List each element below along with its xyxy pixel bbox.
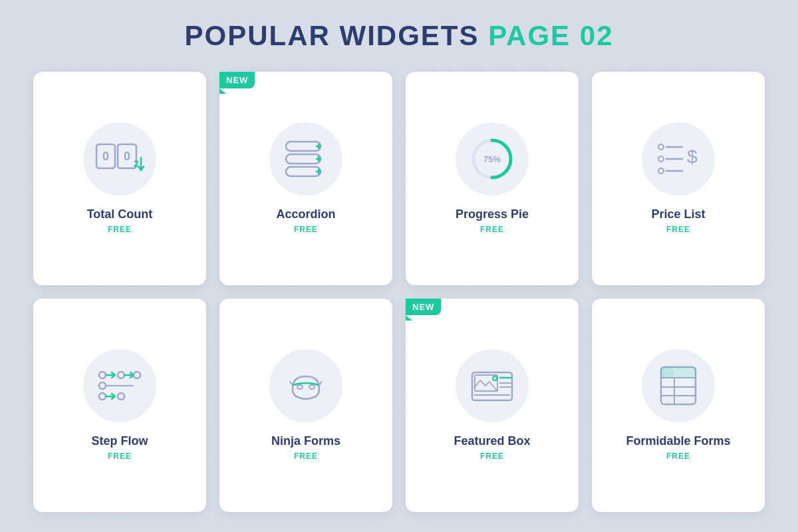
card-featured-box[interactable]: NEW Featured Box [406,299,579,512]
page-title-highlight: PAGE 02 [488,20,613,51]
step-flow-title: Step Flow [92,434,148,448]
price-list-icon: $ [654,136,702,182]
featured-box-icon-circle [456,349,529,422]
total-count-icon-circle: 0 0 2 [83,122,156,196]
ninja-forms-title: Ninja Forms [271,434,340,448]
svg-text:$: $ [687,146,698,167]
total-count-title: Total Count [87,207,153,221]
widget-grid: 0 0 2 Total Count FREE NEW [33,72,765,512]
featured-box-badge: FREE [480,452,504,461]
svg-point-36 [309,385,315,389]
progress-pie-icon-circle: 75% [456,122,529,196]
accordion-icon-circle [269,122,342,196]
svg-point-30 [99,382,106,389]
svg-point-20 [658,156,664,162]
card-ninja-forms[interactable]: Ninja Forms FREE [219,299,392,512]
price-list-icon-circle: $ [642,122,715,196]
svg-point-25 [99,372,106,378]
formidable-forms-badge: FREE [666,452,690,461]
accordion-badge: FREE [294,225,318,234]
svg-point-35 [297,385,303,389]
svg-rect-51 [661,367,674,378]
svg-rect-6 [286,142,321,151]
svg-point-18 [658,144,664,150]
progress-pie-badge: FREE [480,225,504,234]
step-flow-icon [93,363,146,408]
accordion-new-tag: NEW [219,72,255,88]
price-list-title: Price List [651,207,705,221]
page-container: POPULAR WIDGETS PAGE 02 0 0 2 Total Coun… [0,0,798,532]
step-flow-icon-circle [83,349,156,422]
accordion-title: Accordion [276,207,335,221]
formidable-forms-title: Formidable Forms [626,434,730,448]
card-progress-pie[interactable]: 75% Progress Pie FREE [406,72,579,285]
svg-point-32 [99,393,106,400]
price-list-badge: FREE [666,225,690,234]
svg-point-22 [658,168,664,174]
card-formidable-forms[interactable]: Formidable Forms FREE [592,299,765,512]
total-count-badge: FREE [108,225,132,234]
card-total-count[interactable]: 0 0 2 Total Count FREE [33,72,206,285]
formidable-forms-icon-circle [642,349,715,422]
svg-rect-9 [286,154,321,164]
featured-box-icon [466,363,519,408]
card-accordion[interactable]: NEW Accordion FREE [219,72,392,285]
svg-line-38 [319,382,322,385]
page-title: POPULAR WIDGETS PAGE 02 [185,20,614,52]
svg-rect-52 [674,367,696,378]
progress-pie-title: Progress Pie [456,207,529,221]
svg-point-29 [134,372,140,378]
formidable-forms-icon [654,363,702,408]
card-step-flow[interactable]: Step Flow FREE [33,299,206,512]
progress-pie-icon: 75% [466,132,519,186]
accordion-icon [282,139,330,179]
svg-rect-12 [286,167,321,176]
svg-point-27 [118,372,124,378]
svg-text:0: 0 [124,150,130,163]
card-price-list[interactable]: $ Price List FREE [592,72,765,285]
svg-text:75%: 75% [483,154,501,164]
svg-text:0: 0 [102,150,109,163]
ninja-forms-badge: FREE [294,452,318,461]
svg-point-41 [493,376,497,380]
ninja-forms-icon [279,363,332,408]
step-flow-badge: FREE [108,452,132,461]
ninja-forms-icon-circle [269,349,342,422]
svg-line-37 [290,382,293,385]
featured-box-title: Featured Box [454,434,530,448]
svg-point-34 [118,393,124,400]
featured-box-new-tag: NEW [406,299,441,315]
total-count-icon: 0 0 2 [93,139,146,179]
